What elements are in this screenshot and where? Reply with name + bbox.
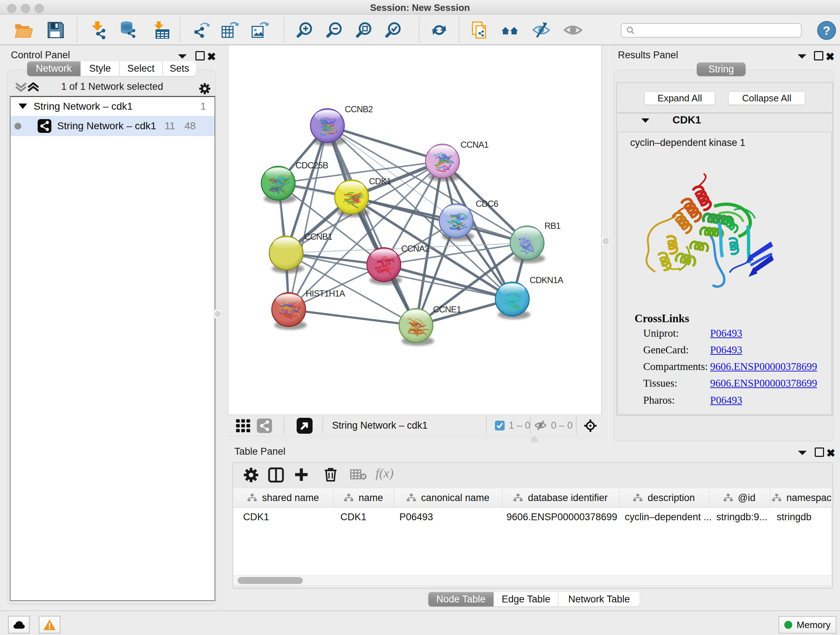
svg-text:HIST1H1A: HIST1H1A: [306, 288, 345, 298]
svg-text:CDK1: CDK1: [369, 176, 391, 186]
svg-text:CDC25B: CDC25B: [295, 160, 328, 170]
svg-text:CCNB2: CCNB2: [345, 104, 373, 114]
svg-text:CCNA2: CCNA2: [401, 244, 429, 253]
svg-text:CCNB1: CCNB1: [304, 232, 332, 241]
svg-text:CCNA1: CCNA1: [461, 140, 489, 149]
svg-text:RB1: RB1: [545, 221, 561, 231]
svg-text:CCNE1: CCNE1: [433, 304, 461, 314]
svg-text:CDKN1A: CDKN1A: [530, 275, 563, 285]
svg-text:CDC6: CDC6: [476, 199, 499, 209]
